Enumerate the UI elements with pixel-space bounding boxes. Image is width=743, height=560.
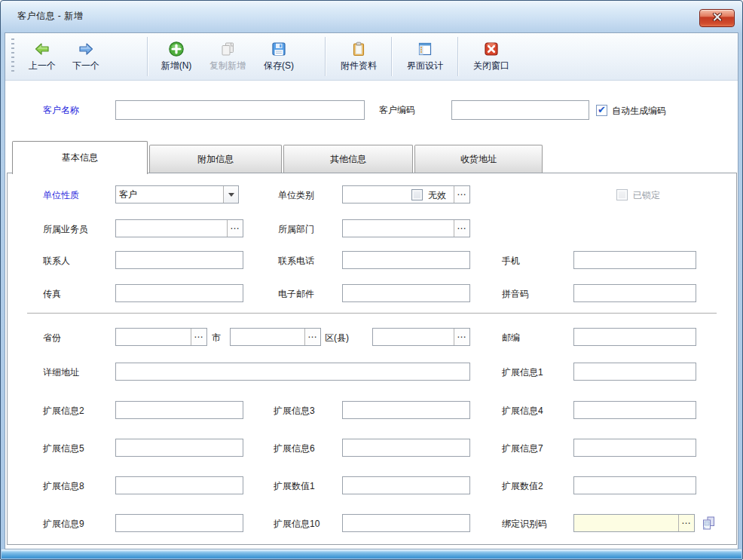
titlebar[interactable]: 客户信息 - 新增: [1, 1, 742, 32]
ellipsis-button[interactable]: …: [454, 186, 469, 203]
window-frame-bottom: [2, 549, 741, 558]
clipboard-icon: [350, 41, 367, 57]
ellipsis-button[interactable]: …: [304, 329, 320, 345]
ext5-input[interactable]: [116, 439, 243, 456]
ext1-field: [573, 363, 696, 381]
salesman-field: …: [115, 219, 243, 237]
city-input[interactable]: [231, 329, 304, 345]
tab-shipping-address-label: 收货地址: [460, 154, 497, 164]
ext-num2-input[interactable]: [574, 477, 696, 494]
tab-basic-info-label: 基本信息: [62, 152, 98, 163]
postcode-label: 邮编: [502, 328, 520, 347]
mobile-input[interactable]: [574, 252, 696, 268]
dialog-window: 客户信息 - 新增 上一个 下一个 新增(N): [0, 0, 743, 560]
district-input[interactable]: [373, 329, 454, 345]
ext10-input[interactable]: [343, 515, 469, 531]
ext5-label: 扩展信息5: [43, 439, 84, 458]
email-field: [342, 284, 470, 302]
save-button[interactable]: 保存(S): [255, 35, 302, 78]
ext-num1-input[interactable]: [343, 477, 469, 494]
address-input[interactable]: [116, 363, 469, 380]
auto-code-checkbox[interactable]: ✔: [596, 105, 607, 116]
ext3-input[interactable]: [343, 402, 469, 418]
tab-extra-info[interactable]: 附加信息: [149, 145, 282, 173]
postcode-input[interactable]: [574, 329, 696, 345]
next-button-label: 下一个: [72, 60, 99, 72]
ext10-label: 扩展信息10: [274, 514, 320, 534]
department-input[interactable]: [343, 220, 454, 237]
contact-input[interactable]: [116, 252, 243, 268]
attachments-button-label: 附件资料: [341, 60, 377, 72]
fax-field: [115, 284, 243, 302]
copy-add-button: 复制新增: [200, 35, 255, 78]
add-new-button[interactable]: 新增(N): [153, 35, 200, 78]
close-window-button[interactable]: 关闭窗口: [463, 35, 519, 78]
ext6-input[interactable]: [343, 439, 469, 456]
ext-num1-field: [342, 476, 470, 494]
chevron-down-icon[interactable]: [223, 186, 238, 203]
ext8-label: 扩展信息8: [43, 476, 84, 496]
previous-button[interactable]: 上一个: [20, 35, 64, 78]
binding-code-input[interactable]: [574, 515, 678, 531]
previous-button-label: 上一个: [29, 60, 56, 72]
ext4-label: 扩展信息4: [502, 401, 543, 421]
copy-add-button-label: 复制新增: [209, 60, 246, 72]
fax-label: 传真: [43, 284, 61, 304]
ext2-input[interactable]: [116, 402, 243, 418]
salesman-input[interactable]: [116, 220, 227, 237]
ui-design-button[interactable]: 界面设计: [397, 35, 453, 78]
toolbar-grip-handle[interactable]: [11, 38, 14, 75]
close-window-button-label: 关闭窗口: [473, 60, 509, 72]
ext8-input[interactable]: [116, 477, 243, 494]
next-button[interactable]: 下一个: [64, 35, 108, 78]
ext3-label: 扩展信息3: [274, 401, 315, 421]
unit-category-label: 单位类别: [278, 185, 314, 205]
close-red-icon: [483, 41, 500, 57]
district-field: …: [372, 328, 470, 346]
contact-field: [115, 251, 243, 269]
fax-input[interactable]: [116, 285, 243, 301]
ellipsis-button[interactable]: …: [191, 329, 206, 345]
pinyin-input[interactable]: [574, 285, 696, 301]
window-title: 客户信息 - 新增: [17, 10, 83, 23]
tab-basic-info[interactable]: 基本信息: [12, 141, 148, 174]
ext8-field: [115, 476, 243, 494]
ext10-field: [342, 514, 470, 532]
customer-name-input[interactable]: [116, 101, 364, 119]
tab-shipping-address[interactable]: 收货地址: [414, 145, 543, 173]
ext-num2-label: 扩展数值2: [502, 476, 543, 496]
invalid-checkbox[interactable]: [411, 189, 423, 200]
contact-phone-field: [342, 251, 470, 269]
ellipsis-button[interactable]: …: [454, 329, 469, 345]
ellipsis-button[interactable]: …: [678, 515, 694, 531]
toolbar-separator: [325, 37, 326, 76]
customer-code-input[interactable]: [452, 101, 589, 119]
auto-code-label: 自动生成编码: [612, 101, 666, 121]
customer-code-field: [451, 100, 589, 120]
ext6-label: 扩展信息6: [274, 439, 315, 458]
province-label: 省份: [43, 328, 61, 347]
address-label: 详细地址: [43, 363, 79, 382]
ext4-input[interactable]: [574, 402, 696, 418]
toolbar-separator: [391, 37, 393, 76]
ext9-input[interactable]: [116, 515, 243, 531]
ellipsis-button[interactable]: …: [227, 220, 243, 237]
ellipsis-button[interactable]: …: [454, 220, 469, 237]
contact-label: 联系人: [43, 251, 70, 271]
province-input[interactable]: [116, 329, 191, 345]
tab-other-info[interactable]: 其他信息: [283, 145, 413, 173]
email-input[interactable]: [343, 285, 469, 301]
copy-icon[interactable]: [701, 516, 716, 531]
ext4-field: [573, 401, 696, 419]
titlebar-close-button[interactable]: [699, 9, 735, 27]
attachments-button[interactable]: 附件资料: [331, 35, 387, 78]
toolbar-separator: [457, 37, 459, 76]
binding-code-field: …: [573, 514, 695, 532]
contact-phone-input[interactable]: [343, 252, 469, 268]
unit-nature-value[interactable]: [116, 186, 223, 203]
ext7-input[interactable]: [574, 439, 696, 456]
add-new-button-label: 新增(N): [161, 60, 192, 72]
ext1-input[interactable]: [574, 363, 696, 380]
customer-name-field: [115, 100, 365, 120]
tab-other-info-label: 其他信息: [330, 154, 366, 164]
